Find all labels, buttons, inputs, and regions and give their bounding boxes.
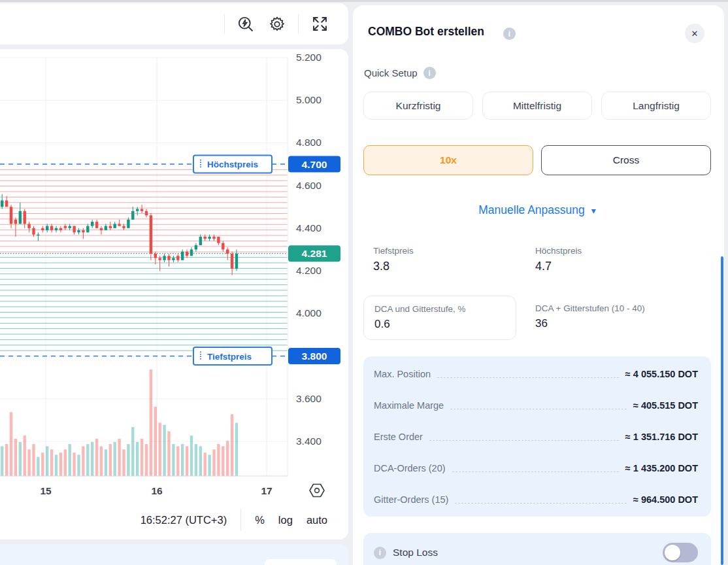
chevron-down-icon: ▾ [591, 205, 596, 216]
time-axis-labels: 151617 [40, 485, 272, 496]
svg-text:Tiefstpreis: Tiefstpreis [207, 352, 252, 362]
summary-label: DCA-Orders (20) [374, 463, 446, 473]
price-badge-3.800: 3.800 [288, 348, 340, 364]
toolbar-divider [224, 14, 225, 34]
grid-count-field[interactable]: DCA + Gitterstufen (10 - 40) 36 [535, 303, 645, 330]
chart-clock[interactable]: 16:52:27 (UTC+3) [141, 514, 227, 526]
title-info-icon[interactable]: i [503, 27, 516, 40]
bot-grid-layer [0, 169, 288, 351]
summary-row: DCA-Orders (20)≈ 1 435.200 DOT [374, 453, 698, 484]
footer-divider [240, 509, 241, 531]
stop-loss-info-icon[interactable]: i [374, 547, 386, 559]
stop-loss-card: i Stop Loss [363, 533, 711, 565]
summary-value: ≈ 1 351.716 DOT [625, 432, 698, 442]
svg-text:4.700: 4.700 [302, 159, 327, 170]
svg-text:17: 17 [261, 485, 272, 496]
dotted-leader [455, 503, 627, 504]
margin-mode-button[interactable]: Cross [541, 145, 711, 175]
svg-text:5.200: 5.200 [296, 52, 322, 63]
chart-settings-gear-icon[interactable] [267, 14, 288, 35]
gridlines-layer [0, 58, 288, 476]
app-window: HöchstpreisTiefstpreis5.2005.0004.8004.6… [0, 0, 728, 565]
summary-label: Erste Order [374, 432, 423, 442]
low-price-label: Tiefstpreis [373, 246, 414, 256]
summary-value: ≈ 405.515 DOT [633, 400, 698, 411]
svg-text:4.400: 4.400 [296, 222, 322, 233]
quick-setup-label: Quick Setup [364, 67, 418, 78]
scale-percent-button[interactable]: % [255, 514, 265, 526]
svg-text:5.000: 5.000 [296, 94, 322, 105]
high-price-value[interactable]: 4.7 [535, 260, 582, 273]
axis-borders [0, 58, 288, 476]
window-top-divider [0, 0, 728, 2]
svg-text:4.200: 4.200 [296, 265, 322, 276]
svg-text:4.600: 4.600 [296, 180, 322, 191]
panel-title: COMBO Bot erstellen [368, 25, 484, 39]
summary-value: ≈ 964.500 DOT [633, 494, 698, 505]
toggle-knob [665, 545, 680, 560]
high-price-field[interactable]: Höchstpreis 4.7 [535, 246, 582, 273]
price-chart-canvas[interactable]: HöchstpreisTiefstpreis5.2005.0004.8004.6… [0, 49, 348, 539]
summary-label: Max. Position [374, 369, 431, 379]
low-price-field[interactable]: Tiefstpreis 3.8 [373, 246, 414, 273]
summary-row: Erste Order≈ 1 351.716 DOT [374, 421, 698, 453]
price-badge-4.700: 4.700 [288, 156, 340, 173]
fullscreen-icon[interactable] [309, 14, 330, 35]
preset-button-langfristig[interactable]: Langfristig [601, 92, 711, 120]
bottom-info-panel [0, 544, 348, 565]
bottom-cutoff-element [265, 559, 337, 565]
high-price-label: Höchstpreis [535, 246, 582, 256]
toolbar-divider [298, 14, 299, 34]
preset-button-row: KurzfristigMittelfristigLangfristig [363, 92, 711, 120]
axis-settings-hexagon-icon[interactable] [310, 485, 324, 497]
preset-button-kurzfristig[interactable]: Kurzfristig [363, 92, 473, 120]
volume-layer [1, 369, 238, 476]
leverage-row: 10x Cross [363, 145, 711, 175]
svg-text:3.400: 3.400 [296, 436, 322, 447]
svg-text:4.000: 4.000 [296, 307, 322, 318]
summary-label: Gitter-Orders (15) [374, 494, 448, 505]
chart-footer-bar: 16:52:27 (UTC+3) % log auto [0, 507, 348, 533]
low-price-value[interactable]: 3.8 [373, 260, 414, 273]
price-chart-card: HöchstpreisTiefstpreis5.2005.0004.8004.6… [0, 49, 348, 539]
scale-log-button[interactable]: log [278, 514, 293, 526]
grid-count-value[interactable]: 36 [535, 317, 645, 330]
order-summary-card: Max. Position≈ 4 055.150 DOTMaximale Mar… [363, 356, 711, 517]
svg-text:3.800: 3.800 [302, 351, 327, 362]
grid-step-label: DCA und Gitterstufe, % [374, 304, 505, 314]
dotted-leader [429, 440, 619, 441]
chart-toolbar [0, 3, 348, 44]
summary-value: ≈ 4 055.150 DOT [625, 369, 698, 379]
price-badge-4.281: 4.281 [288, 245, 340, 262]
manual-adjustment-label: Manuelle Anpassung [478, 203, 584, 217]
dotted-leader [437, 377, 619, 378]
panel-scrollbar[interactable] [721, 256, 723, 565]
svg-text:Höchstpreis: Höchstpreis [207, 160, 258, 169]
quick-setup-info-icon[interactable]: i [423, 67, 436, 79]
close-icon[interactable]: ✕ [685, 24, 704, 43]
svg-text:15: 15 [40, 485, 52, 496]
svg-text:16: 16 [151, 485, 163, 496]
manual-adjustment-toggle[interactable]: Manuelle Anpassung ▾ [363, 203, 711, 217]
scale-auto-button[interactable]: auto [306, 514, 327, 526]
grid-step-value[interactable]: 0.6 [374, 318, 505, 331]
grid-count-label: DCA + Gitterstufen (10 - 40) [535, 303, 645, 313]
dotted-leader [450, 409, 627, 409]
stop-loss-toggle[interactable] [663, 543, 698, 562]
summary-label: Maximale Marge [374, 400, 444, 411]
summary-value: ≈ 1 435.200 DOT [625, 463, 698, 473]
dotted-leader [452, 471, 619, 472]
summary-row: Maximale Marge≈ 405.515 DOT [374, 390, 698, 421]
preset-button-mittelfristig[interactable]: Mittelfristig [482, 92, 592, 120]
summary-row: Max. Position≈ 4 055.150 DOT [374, 358, 698, 390]
summary-row: Gitter-Orders (15)≈ 964.500 DOT [374, 484, 698, 515]
combo-bot-panel: COMBO Bot erstellen i ✕ Quick Setup i Ku… [353, 5, 724, 565]
leverage-button[interactable]: 10x [363, 145, 533, 175]
svg-text:3.600: 3.600 [296, 393, 322, 404]
svg-text:4.281: 4.281 [302, 248, 327, 259]
high-price-range-line[interactable]: Höchstpreis [0, 156, 288, 173]
svg-text:4.800: 4.800 [296, 137, 322, 148]
grid-step-input[interactable]: DCA und Gitterstufe, % 0.6 [363, 296, 516, 340]
quick-trade-search-icon[interactable] [235, 14, 256, 35]
stop-loss-label: Stop Loss [393, 547, 438, 558]
